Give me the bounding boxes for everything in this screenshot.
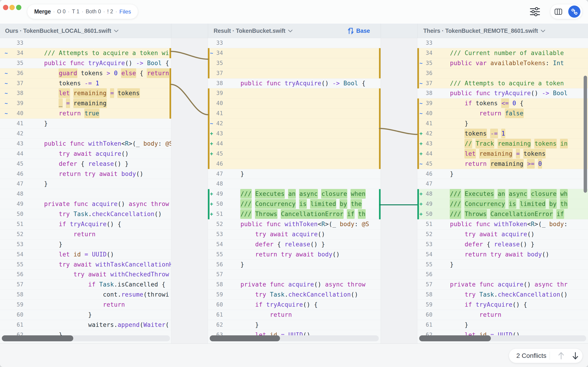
- modified-marker[interactable]: ~: [3, 108, 10, 119]
- code-token: tokens: [472, 100, 502, 107]
- code-row-result-49[interactable]: +49 /// Executes an async closure when: [208, 189, 380, 199]
- code-row-theirs-34[interactable]: 34 /// Current number of available: [417, 48, 588, 58]
- added-marker[interactable]: +: [209, 199, 214, 209]
- filter-options-button[interactable]: [530, 7, 540, 17]
- code-token: acquire: [288, 281, 314, 288]
- code-token: >=: [527, 159, 535, 169]
- code-row-result-34[interactable]: ~34: [208, 48, 380, 58]
- code-row-theirs-45[interactable]: ~45 return remaining >= 0: [417, 159, 588, 169]
- show-connections-button[interactable]: [568, 6, 580, 18]
- code-row-result-41[interactable]: 41: [208, 108, 380, 119]
- code-token: body: [121, 170, 136, 177]
- modified-marker[interactable]: ~: [209, 119, 214, 129]
- added-marker[interactable]: +: [418, 199, 424, 209]
- code-row-theirs-50[interactable]: +50 /// Throws CancellationError if: [417, 209, 588, 219]
- line-number: 50: [214, 199, 223, 209]
- three-pane-layout-button[interactable]: [552, 6, 564, 18]
- added-marker[interactable]: +: [209, 129, 214, 139]
- line-number: 33: [424, 38, 432, 48]
- line-number: 53: [214, 229, 223, 240]
- added-marker[interactable]: +: [209, 209, 214, 219]
- code-row-theirs-44[interactable]: +44 let remaining = tokens: [417, 149, 588, 159]
- added-marker[interactable]: +: [418, 209, 424, 219]
- code-row-ours-40[interactable]: ~40 return true: [0, 108, 171, 119]
- minimize-window-button[interactable]: [9, 5, 15, 10]
- files-link[interactable]: Files: [120, 8, 131, 15]
- modified-marker[interactable]: ~: [3, 68, 10, 78]
- added-marker[interactable]: +: [209, 149, 214, 159]
- result-file-selector[interactable]: Result · TokenBucket.swift: [214, 24, 293, 38]
- code-row-result-42[interactable]: ~42: [208, 119, 380, 129]
- code-row-result-50[interactable]: +50 /// Concurrency is limited by the: [208, 199, 380, 209]
- gutter-marker: [209, 78, 214, 89]
- code-row-result-37[interactable]: 37: [208, 68, 380, 78]
- code-row-ours-36[interactable]: ~36 guard tokens > 0 else { return: [0, 68, 171, 78]
- close-window-button[interactable]: [3, 5, 8, 10]
- code-row-theirs-35[interactable]: ~35 public var availableTokens: Int: [417, 58, 588, 68]
- base-button[interactable]: Base: [347, 24, 370, 38]
- code-row-theirs-42[interactable]: +42 tokens -= 1: [417, 129, 588, 139]
- ours-file-selector[interactable]: Ours · TokenBucket_LOCAL_8601.swift: [5, 24, 119, 38]
- theirs-horizontal-scrollbar[interactable]: [419, 335, 586, 341]
- modified-marker[interactable]: ~: [3, 88, 10, 98]
- modified-marker[interactable]: ~: [418, 159, 424, 169]
- result-code-pane[interactable]: 33~34 35 37 38 public func tryAcquire() …: [208, 38, 380, 343]
- line-number: 61: [424, 320, 432, 330]
- code-row-ours-37[interactable]: ~37 tokens -= 1: [0, 78, 171, 89]
- code-row-result-40[interactable]: 40: [208, 98, 380, 108]
- code-token: }: [226, 261, 244, 268]
- modified-marker[interactable]: ~: [418, 78, 424, 89]
- code-row-result-43[interactable]: +43: [208, 129, 380, 139]
- code-token: private: [450, 281, 476, 288]
- code-row-theirs-37[interactable]: ~37 /// Attempts to acquire a token: [417, 78, 588, 89]
- code-row-result-46[interactable]: 46: [208, 159, 380, 169]
- code-token: [29, 251, 59, 258]
- code-row-theirs-39[interactable]: ~39 if tokens <= 0 {: [417, 98, 588, 108]
- added-marker[interactable]: +: [209, 139, 214, 149]
- code-row-result-39[interactable]: 39: [208, 88, 380, 98]
- code-row-result-45[interactable]: +45: [208, 149, 380, 159]
- code-row-result-51[interactable]: +51 /// Throws CancellationError if th: [208, 209, 380, 219]
- theirs-file-selector[interactable]: Theirs · TokenBucket_REMOTE_8601.swift: [423, 24, 545, 38]
- code-row-theirs-43[interactable]: +43 // Track remaining tokens in: [417, 139, 588, 149]
- zoom-window-button[interactable]: [16, 5, 21, 10]
- code-row-theirs-40[interactable]: ~40 return false: [417, 108, 588, 119]
- code-row-ours-48: 48: [0, 189, 171, 199]
- divider: [550, 352, 550, 360]
- modified-marker[interactable]: ~: [418, 58, 424, 68]
- code-row-result-35[interactable]: 35: [208, 58, 380, 68]
- next-conflict-button[interactable]: [568, 348, 582, 363]
- code-row-theirs-61: 61 }: [417, 320, 588, 330]
- added-marker[interactable]: +: [418, 189, 424, 199]
- code-row-result-44[interactable]: +44: [208, 139, 380, 149]
- code-row-theirs-49[interactable]: +49 /// Concurrency is limited by th: [417, 199, 588, 209]
- code-row-ours-34[interactable]: ~34 /// Attempts to acquire a token wi: [0, 48, 171, 58]
- result-horizontal-scrollbar[interactable]: [210, 335, 379, 341]
- code-row-theirs-36[interactable]: 36: [417, 68, 588, 78]
- code-token: =: [85, 251, 88, 258]
- modified-marker[interactable]: ~: [3, 98, 10, 108]
- added-marker[interactable]: +: [209, 189, 214, 199]
- ours-code-pane[interactable]: 33~34 /// Attempts to acquire a token wi…: [0, 38, 171, 343]
- code-row-theirs-41[interactable]: 41 }: [417, 119, 588, 129]
- previous-conflict-button[interactable]: [554, 348, 568, 363]
- added-marker[interactable]: +: [418, 149, 424, 159]
- code-row-ours-39[interactable]: ~39 _ = remaining: [0, 98, 171, 108]
- code-token: Throws: [464, 209, 487, 219]
- modified-marker[interactable]: ~: [3, 48, 10, 58]
- code-token: <: [527, 221, 531, 227]
- modified-marker[interactable]: ~: [209, 48, 214, 58]
- vertical-scrollbar[interactable]: [584, 76, 587, 193]
- gutter-marker: [418, 290, 424, 300]
- added-marker[interactable]: +: [418, 129, 424, 139]
- code-row-ours-38[interactable]: ~38 let remaining = tokens: [0, 88, 171, 98]
- code-row-theirs-48[interactable]: +48 /// Executes an async closure wh: [417, 189, 588, 199]
- theirs-code-pane[interactable]: 33 34 /// Current number of available~35…: [417, 38, 588, 343]
- added-marker[interactable]: +: [418, 139, 424, 149]
- modified-marker[interactable]: ~: [418, 98, 424, 108]
- modified-marker[interactable]: ~: [3, 78, 10, 89]
- modified-marker[interactable]: ~: [418, 108, 424, 119]
- code-token: limited: [519, 199, 546, 209]
- code-token: /// Attempts to acquire a token wi: [29, 50, 169, 56]
- ours-horizontal-scrollbar[interactable]: [2, 335, 170, 341]
